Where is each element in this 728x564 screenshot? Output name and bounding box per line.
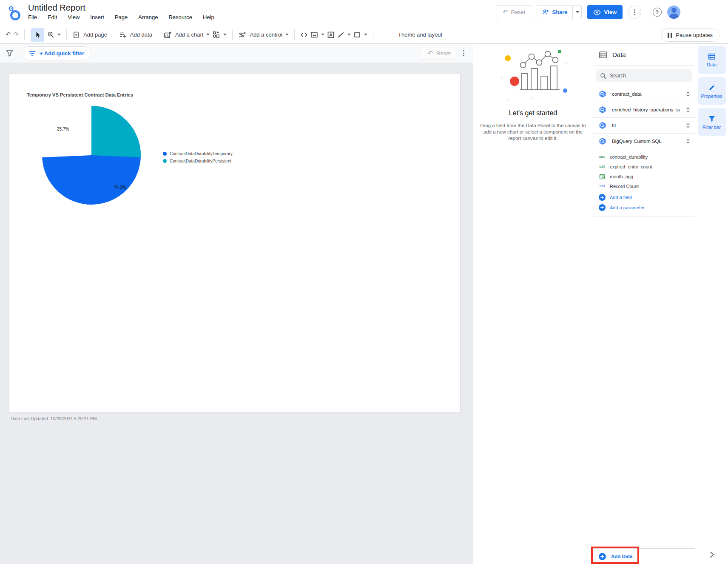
pause-updates-button[interactable]: Pause updates	[661, 28, 719, 42]
reset-button[interactable]: ↶ Reset	[497, 5, 532, 19]
add-page-button[interactable]: Add page	[72, 31, 107, 39]
data-source-enriched-history-operations[interactable]: enriched_history_operations_sorob...	[593, 102, 695, 118]
unfold-less-icon[interactable]	[685, 138, 691, 144]
redo-button[interactable]: ↷	[14, 31, 19, 38]
report-page[interactable]: Temporary VS Persistent Contract Data En…	[9, 73, 461, 412]
field-expired-entry-count[interactable]: 123 expired_entry_count	[593, 162, 695, 171]
filter-bar-more-button[interactable]	[463, 50, 464, 56]
theme-and-layout-button[interactable]: Theme and layout	[398, 31, 442, 38]
pause-icon	[668, 33, 672, 38]
report-title[interactable]: Untitled Report	[28, 3, 214, 13]
data-source-ttl[interactable]: ttl	[593, 118, 695, 134]
tab-filter-bar[interactable]: Filter bar	[698, 108, 726, 136]
search-box[interactable]	[596, 69, 692, 82]
data-source-bigquery-custom-sql[interactable]: BigQuery Custom SQL	[593, 134, 695, 149]
insert-image-button[interactable]	[310, 31, 324, 38]
undo-icon: ↶	[427, 50, 433, 57]
pie-chart[interactable]	[42, 106, 141, 205]
embed-url-button[interactable]	[300, 31, 308, 38]
menu-insert[interactable]: Insert	[90, 14, 104, 20]
add-page-icon	[72, 31, 80, 39]
unfold-more-icon[interactable]	[685, 91, 691, 97]
chart-legend: ContractDataDurabilityTemporary Contract…	[163, 151, 233, 163]
menu-bar: File Edit View Insert Page Arrange Resou…	[28, 14, 214, 20]
add-circle-icon	[598, 194, 606, 201]
data-source-contract-data[interactable]: contract_data	[593, 86, 695, 102]
insert-shape-button[interactable]	[353, 31, 367, 38]
green-dot	[558, 50, 561, 53]
menu-file[interactable]: File	[28, 14, 37, 20]
menu-arrange[interactable]: Arrange	[138, 14, 158, 20]
filter-list-icon	[29, 51, 36, 56]
top-bar: Untitled Report File Edit View Insert Pa…	[0, 0, 728, 26]
data-source-list: contract_data enriched_history_operation…	[593, 86, 695, 149]
add-a-field-button[interactable]: Add a field	[593, 192, 695, 202]
insert-line-button[interactable]	[337, 31, 351, 38]
insert-text-button[interactable]	[327, 31, 335, 39]
filter-reset-button[interactable]: ↶ Reset	[422, 47, 456, 60]
pie-slice-label-temporary: 74.3%	[114, 185, 126, 190]
more-options-button[interactable]	[628, 6, 641, 19]
legend-dot-persistent	[163, 159, 167, 163]
menu-edit[interactable]: Edit	[48, 14, 57, 20]
right-rail: Data Properties Filter bar	[695, 44, 728, 564]
blue-dot	[563, 88, 567, 93]
legend-item-temporary: ContractDataDurabilityTemporary	[163, 151, 233, 156]
add-data-button[interactable]: Add data	[119, 31, 152, 39]
view-button[interactable]: View	[587, 5, 623, 19]
cursor-icon	[34, 31, 41, 38]
bigquery-icon	[598, 121, 607, 130]
search-icon	[600, 73, 606, 79]
looker-studio-logo-icon[interactable]	[7, 5, 22, 21]
help-icon[interactable]: ?	[653, 8, 662, 17]
menu-page[interactable]: Page	[115, 14, 128, 20]
legend-item-persistent: ContractDataDurabilityPersistent	[163, 159, 233, 163]
yellow-dot	[505, 55, 511, 61]
share-button-group: Share	[537, 5, 581, 19]
user-avatar[interactable]	[667, 6, 680, 19]
add-circle-icon	[598, 553, 606, 561]
community-visualizations-button[interactable]	[212, 31, 227, 39]
tab-data[interactable]: Data	[698, 46, 726, 74]
bigquery-icon	[598, 105, 607, 114]
data-panel: Data contract_data enriched_history_oper…	[593, 44, 695, 564]
menu-resource[interactable]: Resource	[168, 14, 192, 20]
data-panel-title: Data	[612, 51, 626, 58]
add-chart-button[interactable]: Add a chart	[164, 31, 210, 39]
shape-icon	[353, 31, 361, 38]
image-icon	[310, 31, 318, 38]
tab-properties[interactable]: Properties	[698, 77, 726, 105]
unfold-more-icon[interactable]	[685, 122, 691, 128]
undo-button[interactable]: ↶	[6, 31, 11, 38]
share-button[interactable]: Share	[537, 6, 572, 19]
add-quick-filter-button[interactable]: + Add quick filter	[22, 46, 91, 60]
search-input[interactable]	[610, 73, 678, 79]
pie-slice-label-persistent: 25.7%	[57, 127, 69, 131]
add-control-button[interactable]: Add a control	[238, 31, 289, 39]
menu-view[interactable]: View	[68, 14, 80, 20]
field-record-count[interactable]: 123 Record Count	[593, 181, 695, 191]
line-icon	[337, 31, 344, 38]
number-field-type-icon: 123	[598, 165, 606, 168]
field-month-agg[interactable]: month_agg	[593, 171, 695, 181]
undo-icon: ↶	[503, 9, 508, 15]
unfold-more-icon[interactable]	[685, 107, 691, 113]
text-field-type-icon: ABC	[598, 155, 606, 158]
person-add-icon	[542, 9, 549, 16]
field-list: ABC contract_durability 123 expired_entr…	[593, 149, 695, 216]
add-chart-icon	[164, 31, 172, 39]
text-icon	[327, 31, 335, 39]
collapse-panel-chevron[interactable]	[709, 551, 714, 558]
add-a-parameter-button[interactable]: Add a parameter	[593, 202, 695, 213]
menu-help[interactable]: Help	[203, 14, 214, 20]
select-tool-button[interactable]	[31, 28, 44, 42]
share-options-caret[interactable]	[572, 6, 581, 19]
filter-icon	[6, 49, 14, 57]
community-viz-icon	[212, 31, 220, 39]
add-data-button-footer[interactable]: Add Data	[593, 548, 695, 564]
bigquery-icon	[598, 90, 607, 98]
funnel-icon	[708, 115, 716, 123]
zoom-tool-button[interactable]	[47, 31, 61, 38]
field-contract-durability[interactable]: ABC contract_durability	[593, 152, 695, 162]
pie-slice-1[interactable]	[91, 106, 141, 157]
